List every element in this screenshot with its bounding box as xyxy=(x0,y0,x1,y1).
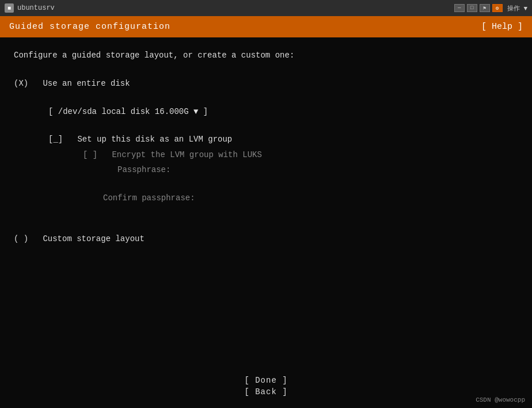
restore-button[interactable]: □ xyxy=(467,4,477,12)
encrypt-checkbox[interactable]: [ ] Encrypt the LVM group with LUKS xyxy=(14,148,518,161)
content-area: Configure a guided storage layout, or cr… xyxy=(0,37,532,259)
minimize-button[interactable]: — xyxy=(454,4,465,12)
terminal-area: Guided storage configuration [ Help ] Co… xyxy=(0,16,532,408)
title-bar: ■ ubuntusrv — □ ⚑ ⚙ 操作 ▼ xyxy=(0,0,532,16)
app-icon: ■ xyxy=(5,3,14,13)
done-button[interactable]: [ Done ] xyxy=(244,376,287,385)
app-name: ubuntusrv xyxy=(17,4,55,12)
flag-icon: ⚑ xyxy=(480,4,490,12)
passphrase-label: Passphrase: xyxy=(14,163,518,176)
action-menu[interactable]: 操作 ▼ xyxy=(507,4,527,13)
title-bar-left: ■ ubuntusrv xyxy=(5,3,55,13)
gear-button[interactable]: ⚙ xyxy=(492,4,503,12)
intro-text: Configure a guided storage layout, or cr… xyxy=(14,49,518,62)
back-button[interactable]: [ Back ] xyxy=(244,387,287,396)
option-custom[interactable]: ( ) Custom storage layout xyxy=(14,232,518,245)
watermark: CSDN @wowocpp xyxy=(476,396,525,403)
option-entire-disk[interactable]: (X) Use an entire disk xyxy=(14,77,518,90)
help-button[interactable]: [ Help ] xyxy=(481,22,523,32)
disk-selector[interactable]: [ /dev/sda local disk 16.000G ▼ ] xyxy=(14,105,518,118)
lvm-checkbox[interactable]: [_] Set up this disk as an LVM group xyxy=(14,133,518,146)
bottom-buttons: [ Done ] [ Back ] xyxy=(0,376,532,396)
page-title: Guided storage configuration xyxy=(9,22,170,32)
confirm-label: Confirm passphrase: xyxy=(14,192,518,204)
header-bar: Guided storage configuration [ Help ] xyxy=(0,16,532,37)
title-bar-right: — □ ⚑ ⚙ 操作 ▼ xyxy=(454,4,527,13)
